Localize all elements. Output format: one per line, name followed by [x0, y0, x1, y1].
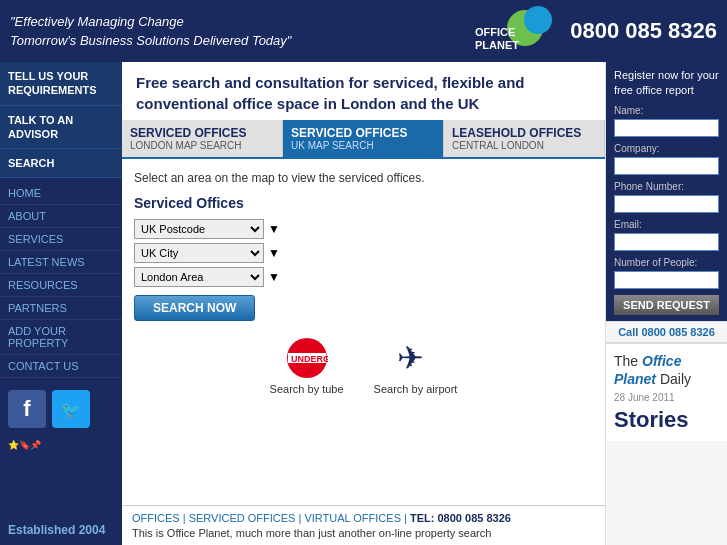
tagline-line1: "Effectively Managing Change — [10, 12, 291, 32]
tab-leasehold-subtitle: CENTRAL LONDON — [452, 140, 596, 151]
talk-advisor-btn[interactable]: TALK TO AN ADVISOR — [0, 106, 122, 150]
tagline-line2: Tomorrow's Business Solutions Delivered … — [10, 31, 291, 51]
search-panel: Select an area on the map to view the se… — [122, 159, 605, 505]
daily-office: Office — [642, 353, 681, 369]
site-header: "Effectively Managing Change Tomorrow's … — [0, 0, 727, 62]
name-label: Name: — [614, 104, 719, 118]
main-content: Free search and consultation for service… — [122, 62, 605, 545]
facebook-icon[interactable]: f — [8, 390, 46, 428]
svg-point-1 — [524, 6, 552, 34]
tel-label: TEL: — [410, 512, 434, 524]
send-request-button[interactable]: SEND REQUEST — [614, 295, 719, 315]
register-text: Register now for your free office report — [614, 68, 719, 99]
tab-serviced-london-title: SERVICED OFFICES — [130, 126, 274, 140]
footer-links: OFFICES | SERVICED OFFICES | VIRTUAL OFF… — [132, 512, 595, 524]
latest-news-nav[interactable]: LATEST NEWS — [0, 251, 122, 274]
daily-planet: Planet — [614, 371, 656, 387]
footer-serviced-link[interactable]: SERVICED OFFICES — [189, 512, 296, 524]
footer-virtual-link[interactable]: VIRTUAL OFFICES — [304, 512, 401, 524]
sidebar-nav: HOME ABOUT SERVICES LATEST NEWS RESOURCE… — [0, 182, 122, 378]
resources-nav[interactable]: RESOURCES — [0, 274, 122, 297]
right-sidebar: Register now for your free office report… — [605, 62, 727, 545]
bookmark-bar: ⭐🔖📌 — [0, 436, 122, 454]
phone-input[interactable] — [614, 195, 719, 213]
search-btn[interactable]: SEARCH — [0, 149, 122, 178]
plane-icon: ✈ — [394, 337, 436, 379]
content-header: Free search and consultation for service… — [122, 62, 605, 120]
transport-options: UNDERGROUND Search by tube ✈ Search by a… — [134, 337, 593, 395]
london-area-row: London Area ▼ — [134, 267, 593, 287]
footer-offices-link[interactable]: OFFICES — [132, 512, 180, 524]
header-right: OFFICE PLANET 0800 085 8326 — [470, 6, 717, 56]
footer-description: This is Office Planet, much more than ju… — [132, 527, 595, 539]
tabs-bar: SERVICED OFFICES LONDON MAP SEARCH SERVI… — [122, 120, 605, 159]
daily-title: The Office Planet Daily — [614, 352, 719, 388]
tab-serviced-uk-title: SERVICED OFFICES — [291, 126, 435, 140]
tube-option[interactable]: UNDERGROUND Search by tube — [270, 337, 344, 395]
postcode-arrow: ▼ — [268, 222, 280, 236]
airport-option[interactable]: ✈ Search by airport — [374, 337, 458, 395]
svg-text:UNDERGROUND: UNDERGROUND — [291, 354, 328, 364]
tube-icon: UNDERGROUND — [286, 337, 328, 379]
search-now-button[interactable]: SEARCH NOW — [134, 295, 255, 321]
contact-nav[interactable]: CONTACT US — [0, 355, 122, 378]
daily-date: 28 June 2011 — [614, 392, 719, 403]
email-label: Email: — [614, 218, 719, 232]
city-select[interactable]: UK City — [134, 243, 264, 263]
company-label: Company: — [614, 142, 719, 156]
footer-tel: TEL: 0800 085 8326 — [410, 512, 511, 524]
logo-icon: OFFICE PLANET — [470, 6, 560, 56]
daily-stories: Stories — [614, 407, 719, 433]
tab-serviced-uk-subtitle: UK MAP SEARCH — [291, 140, 435, 151]
tab-serviced-london-subtitle: LONDON MAP SEARCH — [130, 140, 274, 151]
established-text: Established 2004 — [0, 515, 122, 545]
people-label: Number of People: — [614, 256, 719, 270]
people-input[interactable] — [614, 271, 719, 289]
tell-us-btn[interactable]: TELL US YOUR REQUIREMENTS — [0, 62, 122, 106]
tab-serviced-london[interactable]: SERVICED OFFICES LONDON MAP SEARCH — [122, 120, 283, 157]
tab-serviced-uk[interactable]: SERVICED OFFICES UK MAP SEARCH — [283, 120, 444, 157]
company-input[interactable] — [614, 157, 719, 175]
name-input[interactable] — [614, 119, 719, 137]
register-box: Register now for your free office report… — [606, 62, 727, 321]
add-property-nav[interactable]: ADD YOUR PROPERTY — [0, 320, 122, 355]
phone-number: 0800 085 8326 — [570, 18, 717, 44]
city-row: UK City ▼ — [134, 243, 593, 263]
postcode-select[interactable]: UK Postcode — [134, 219, 264, 239]
instruction-text: Select an area on the map to view the se… — [134, 171, 593, 185]
tube-label: Search by tube — [270, 383, 344, 395]
home-nav[interactable]: HOME — [0, 182, 122, 205]
city-arrow: ▼ — [268, 246, 280, 260]
svg-text:✈: ✈ — [397, 340, 424, 376]
airport-label: Search by airport — [374, 383, 458, 395]
social-icons: f 🐦 — [0, 382, 122, 436]
page-heading: Free search and consultation for service… — [136, 72, 591, 114]
svg-text:OFFICE: OFFICE — [475, 26, 515, 38]
london-area-select[interactable]: London Area — [134, 267, 264, 287]
services-nav[interactable]: SERVICES — [0, 228, 122, 251]
email-input[interactable] — [614, 233, 719, 251]
sidebar: TELL US YOUR REQUIREMENTS TALK TO AN ADV… — [0, 62, 122, 545]
tagline: "Effectively Managing Change Tomorrow's … — [10, 12, 291, 51]
footer-bar: OFFICES | SERVICED OFFICES | VIRTUAL OFF… — [122, 505, 605, 545]
tel-number: 0800 085 8326 — [437, 512, 510, 524]
call-box: Call 0800 085 8326 — [606, 321, 727, 342]
postcode-row: UK Postcode ▼ — [134, 219, 593, 239]
twitter-icon[interactable]: 🐦 — [52, 390, 90, 428]
phone-label: Phone Number: — [614, 180, 719, 194]
daily-box: The Office Planet Daily 28 June 2011 Sto… — [606, 342, 727, 441]
main-layout: TELL US YOUR REQUIREMENTS TALK TO AN ADV… — [0, 62, 727, 545]
tab-leasehold-title: LEASEHOLD OFFICES — [452, 126, 596, 140]
london-area-arrow: ▼ — [268, 270, 280, 284]
section-title: Serviced Offices — [134, 195, 593, 211]
about-nav[interactable]: ABOUT — [0, 205, 122, 228]
tab-leasehold[interactable]: LEASEHOLD OFFICES CENTRAL LONDON — [444, 120, 605, 157]
svg-text:PLANET: PLANET — [475, 39, 519, 51]
partners-nav[interactable]: PARTNERS — [0, 297, 122, 320]
